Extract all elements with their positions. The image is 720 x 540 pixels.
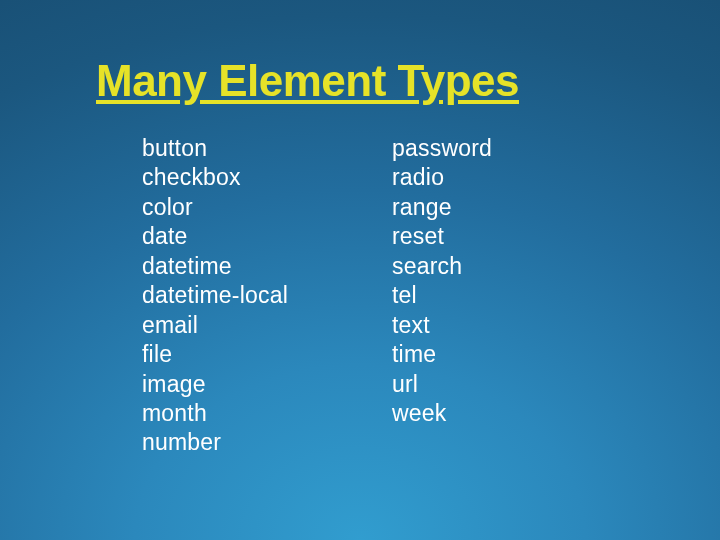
list-item: date bbox=[142, 222, 392, 251]
list-item: tel bbox=[392, 281, 492, 310]
list-item: month bbox=[142, 399, 392, 428]
list-item: checkbox bbox=[142, 163, 392, 192]
right-column: password radio range reset search tel te… bbox=[392, 134, 492, 458]
list-item: color bbox=[142, 193, 392, 222]
list-item: datetime bbox=[142, 252, 392, 281]
list-item: email bbox=[142, 311, 392, 340]
list-item: text bbox=[392, 311, 492, 340]
list-item: reset bbox=[392, 222, 492, 251]
list-item: week bbox=[392, 399, 492, 428]
list-item: button bbox=[142, 134, 392, 163]
left-column: button checkbox color date datetime date… bbox=[142, 134, 392, 458]
list-item: password bbox=[392, 134, 492, 163]
content-columns: button checkbox color date datetime date… bbox=[0, 134, 720, 458]
slide-title: Many Element Types bbox=[96, 56, 720, 106]
list-item: radio bbox=[392, 163, 492, 192]
list-item: image bbox=[142, 370, 392, 399]
list-item: datetime-local bbox=[142, 281, 392, 310]
list-item: range bbox=[392, 193, 492, 222]
list-item: search bbox=[392, 252, 492, 281]
list-item: file bbox=[142, 340, 392, 369]
list-item: number bbox=[142, 428, 392, 457]
list-item: url bbox=[392, 370, 492, 399]
list-item: time bbox=[392, 340, 492, 369]
